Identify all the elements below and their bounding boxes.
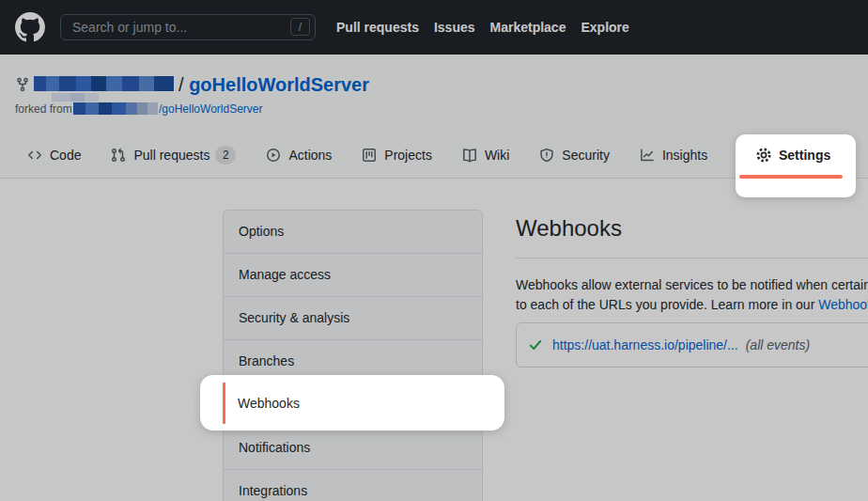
tab-settings[interactable]: Settings — [755, 147, 830, 164]
selected-tab-indicator — [739, 175, 843, 179]
spotlight-webhooks-item[interactable]: Webhooks — [200, 375, 504, 431]
gear-icon — [755, 147, 772, 164]
spotlight-settings-tab[interactable]: Settings — [736, 134, 856, 197]
sidebar-item-webhooks-selected[interactable]: Webhooks — [223, 383, 483, 424]
